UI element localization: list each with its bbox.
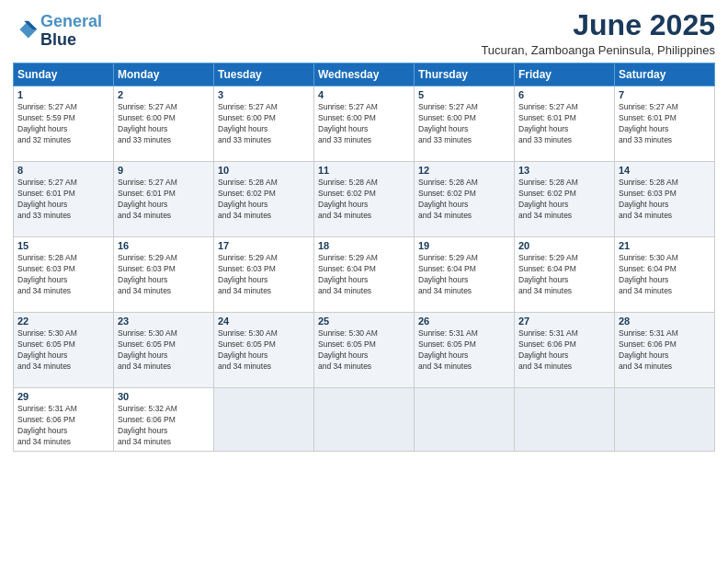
header: General Blue June 2025 Tucuran, Zamboang…: [13, 9, 715, 57]
cell-info: Sunrise: 5:27 AMSunset: 6:01 PMDaylight …: [17, 178, 77, 220]
logo-icon: [13, 17, 39, 43]
calendar-table: Sunday Monday Tuesday Wednesday Thursday…: [13, 63, 715, 452]
page: General Blue June 2025 Tucuran, Zamboang…: [0, 0, 728, 563]
day-number: 12: [418, 165, 510, 176]
table-row: 25 Sunrise: 5:30 AMSunset: 6:05 PMDaylig…: [314, 313, 415, 388]
day-number: 30: [118, 391, 210, 402]
table-row: 20 Sunrise: 5:29 AMSunset: 6:04 PMDaylig…: [515, 237, 615, 313]
day-number: 23: [118, 316, 210, 327]
day-number: 18: [318, 240, 410, 251]
th-monday: Monday: [114, 63, 214, 86]
table-row: [415, 388, 515, 452]
cell-info: Sunrise: 5:27 AMSunset: 6:01 PMDaylight …: [118, 178, 177, 220]
cell-info: Sunrise: 5:30 AMSunset: 6:05 PMDaylight …: [17, 328, 77, 371]
cell-info: Sunrise: 5:29 AMSunset: 6:04 PMDaylight …: [518, 253, 578, 295]
day-number: 5: [418, 89, 510, 100]
day-number: 9: [118, 165, 210, 176]
cell-info: Sunrise: 5:27 AMSunset: 6:01 PMDaylight …: [619, 102, 678, 144]
th-tuesday: Tuesday: [214, 63, 314, 86]
day-number: 10: [218, 165, 310, 176]
table-row: [515, 388, 615, 452]
cell-info: Sunrise: 5:27 AMSunset: 6:00 PMDaylight …: [218, 102, 278, 144]
title-block: June 2025 Tucuran, Zamboanga Peninsula, …: [481, 9, 715, 57]
day-number: 17: [218, 240, 310, 251]
day-number: 26: [418, 316, 510, 327]
th-saturday: Saturday: [615, 63, 715, 86]
cell-info: Sunrise: 5:29 AMSunset: 6:04 PMDaylight …: [318, 253, 378, 295]
table-row: [214, 388, 314, 452]
cell-info: Sunrise: 5:28 AMSunset: 6:03 PMDaylight …: [17, 253, 77, 295]
day-number: 3: [218, 89, 310, 100]
table-row: [314, 388, 415, 452]
table-row: 9 Sunrise: 5:27 AMSunset: 6:01 PMDayligh…: [114, 162, 214, 237]
table-row: 19 Sunrise: 5:29 AMSunset: 6:04 PMDaylig…: [415, 237, 515, 313]
cell-info: Sunrise: 5:31 AMSunset: 6:06 PMDaylight …: [518, 328, 578, 371]
table-row: 3 Sunrise: 5:27 AMSunset: 6:00 PMDayligh…: [214, 86, 314, 162]
cell-info: Sunrise: 5:30 AMSunset: 6:05 PMDaylight …: [118, 328, 177, 371]
table-row: 6 Sunrise: 5:27 AMSunset: 6:01 PMDayligh…: [515, 86, 615, 162]
cell-info: Sunrise: 5:32 AMSunset: 6:06 PMDaylight …: [118, 404, 177, 446]
cell-info: Sunrise: 5:28 AMSunset: 6:02 PMDaylight …: [518, 178, 578, 220]
table-row: 7 Sunrise: 5:27 AMSunset: 6:01 PMDayligh…: [615, 86, 715, 162]
day-number: 15: [17, 240, 109, 251]
table-row: 29 Sunrise: 5:31 AMSunset: 6:06 PMDaylig…: [14, 388, 114, 452]
table-row: 10 Sunrise: 5:28 AMSunset: 6:02 PMDaylig…: [214, 162, 314, 237]
day-number: 13: [518, 165, 610, 176]
cell-info: Sunrise: 5:28 AMSunset: 6:03 PMDaylight …: [619, 178, 678, 220]
day-number: 4: [318, 89, 410, 100]
day-number: 22: [17, 316, 109, 327]
cell-info: Sunrise: 5:27 AMSunset: 6:01 PMDaylight …: [518, 102, 578, 144]
table-row: 2 Sunrise: 5:27 AMSunset: 6:00 PMDayligh…: [114, 86, 214, 162]
header-row: Sunday Monday Tuesday Wednesday Thursday…: [14, 63, 715, 86]
subtitle: Tucuran, Zamboanga Peninsula, Philippine…: [481, 43, 715, 57]
cell-info: Sunrise: 5:28 AMSunset: 6:02 PMDaylight …: [318, 178, 378, 220]
table-row: 17 Sunrise: 5:29 AMSunset: 6:03 PMDaylig…: [214, 237, 314, 313]
logo-text-general: General: [40, 13, 102, 31]
cell-info: Sunrise: 5:27 AMSunset: 5:59 PMDaylight …: [17, 102, 77, 144]
day-number: 16: [118, 240, 210, 251]
day-number: 1: [17, 89, 109, 100]
th-thursday: Thursday: [415, 63, 515, 86]
day-number: 7: [619, 89, 711, 100]
table-row: 11 Sunrise: 5:28 AMSunset: 6:02 PMDaylig…: [314, 162, 415, 237]
table-row: 13 Sunrise: 5:28 AMSunset: 6:02 PMDaylig…: [515, 162, 615, 237]
logo: General Blue: [13, 13, 102, 50]
day-number: 29: [17, 391, 109, 402]
month-title: June 2025: [481, 9, 715, 41]
table-row: 1 Sunrise: 5:27 AMSunset: 5:59 PMDayligh…: [14, 86, 114, 162]
table-row: 21 Sunrise: 5:30 AMSunset: 6:04 PMDaylig…: [615, 237, 715, 313]
table-row: [615, 388, 715, 452]
day-number: 28: [619, 316, 711, 327]
table-row: 15 Sunrise: 5:28 AMSunset: 6:03 PMDaylig…: [14, 237, 114, 313]
day-number: 24: [218, 316, 310, 327]
table-row: 30 Sunrise: 5:32 AMSunset: 6:06 PMDaylig…: [114, 388, 214, 452]
day-number: 14: [619, 165, 711, 176]
cell-info: Sunrise: 5:30 AMSunset: 6:05 PMDaylight …: [318, 328, 378, 371]
table-row: 5 Sunrise: 5:27 AMSunset: 6:00 PMDayligh…: [415, 86, 515, 162]
day-number: 25: [318, 316, 410, 327]
day-number: 21: [619, 240, 711, 251]
th-sunday: Sunday: [14, 63, 114, 86]
table-row: 22 Sunrise: 5:30 AMSunset: 6:05 PMDaylig…: [14, 313, 114, 388]
cell-info: Sunrise: 5:29 AMSunset: 6:04 PMDaylight …: [418, 253, 478, 295]
day-number: 19: [418, 240, 510, 251]
table-row: 4 Sunrise: 5:27 AMSunset: 6:00 PMDayligh…: [314, 86, 415, 162]
cell-info: Sunrise: 5:31 AMSunset: 6:06 PMDaylight …: [17, 404, 77, 446]
th-wednesday: Wednesday: [314, 63, 415, 86]
cell-info: Sunrise: 5:28 AMSunset: 6:02 PMDaylight …: [418, 178, 478, 220]
day-number: 2: [118, 89, 210, 100]
cell-info: Sunrise: 5:29 AMSunset: 6:03 PMDaylight …: [118, 253, 177, 295]
cell-info: Sunrise: 5:28 AMSunset: 6:02 PMDaylight …: [218, 178, 278, 220]
table-row: 16 Sunrise: 5:29 AMSunset: 6:03 PMDaylig…: [114, 237, 214, 313]
cell-info: Sunrise: 5:27 AMSunset: 6:00 PMDaylight …: [118, 102, 177, 144]
table-row: 23 Sunrise: 5:30 AMSunset: 6:05 PMDaylig…: [114, 313, 214, 388]
th-friday: Friday: [515, 63, 615, 86]
cell-info: Sunrise: 5:27 AMSunset: 6:00 PMDaylight …: [318, 102, 378, 144]
logo-text-blue: Blue: [40, 31, 102, 50]
table-row: 26 Sunrise: 5:31 AMSunset: 6:05 PMDaylig…: [415, 313, 515, 388]
day-number: 11: [318, 165, 410, 176]
table-row: 27 Sunrise: 5:31 AMSunset: 6:06 PMDaylig…: [515, 313, 615, 388]
table-row: 12 Sunrise: 5:28 AMSunset: 6:02 PMDaylig…: [415, 162, 515, 237]
day-number: 20: [518, 240, 610, 251]
day-number: 27: [518, 316, 610, 327]
